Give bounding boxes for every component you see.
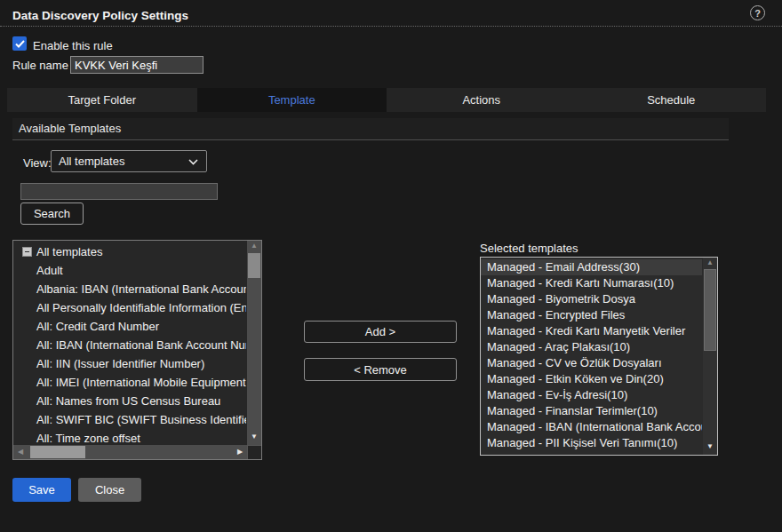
- available-template-item[interactable]: All: IMEI (International Mobile Equipmen…: [13, 373, 246, 392]
- remove-button-label: < Remove: [354, 363, 407, 377]
- tab-actions[interactable]: Actions: [387, 88, 577, 112]
- help-icon-glyph: ?: [754, 8, 761, 19]
- available-template-item[interactable]: All: Credit Card Number: [13, 317, 246, 336]
- available-template-label: All Personally Identifiable Information …: [36, 301, 246, 314]
- scroll-right-icon[interactable]: ▶: [233, 449, 247, 459]
- scroll-left-icon[interactable]: ◀: [13, 449, 28, 459]
- enable-rule-checkbox[interactable]: [12, 36, 27, 51]
- available-template-item[interactable]: All: SWIFT BIC (SWIFT Business Identifie…: [13, 410, 246, 429]
- vertical-scroll-thumb[interactable]: [248, 253, 260, 278]
- selected-template-label: Managed - Email Address(30): [487, 260, 640, 274]
- checkmark-icon: [15, 40, 25, 48]
- scroll-up-icon[interactable]: ▲: [247, 242, 261, 253]
- selected-template-label: Managed - Araç Plakası(10): [487, 340, 630, 353]
- selected-template-item[interactable]: Managed - CV ve Özlük Dosyaları: [481, 355, 702, 371]
- selected-template-item[interactable]: Managed - PII Kişisel Veri Tanımı(10): [481, 435, 702, 451]
- selected-template-label: Managed - CV ve Özlük Dosyaları: [487, 356, 662, 369]
- available-template-item[interactable]: All: IIN (Issuer Identifier Number): [13, 354, 246, 373]
- chevron-down-icon: [188, 159, 198, 165]
- selected-template-item[interactable]: Managed - IBAN (International Bank Accou…: [481, 419, 702, 435]
- horizontal-scroll-thumb[interactable]: [30, 446, 85, 458]
- horizontal-scrollbar[interactable]: ◀ ▶: [13, 445, 247, 459]
- save-button[interactable]: Save: [12, 478, 71, 502]
- selected-template-label: Managed - Encrypted Files: [487, 308, 625, 322]
- available-template-label: All: IIN (Issuer Identifier Number): [36, 357, 204, 370]
- enable-rule-label: Enable this rule: [33, 39, 113, 52]
- available-template-label: All: Names from US Census Bureau: [36, 394, 220, 408]
- available-template-item[interactable]: All: IBAN (International Bank Account Nu…: [13, 336, 246, 354]
- selected-template-label: Managed - Kredi Kartı Numarası(10): [487, 276, 674, 290]
- scrollbar-corner: [247, 445, 261, 459]
- selected-templates-list: Managed - Email Address(30) Managed - Kr…: [481, 259, 702, 455]
- selected-template-item[interactable]: Managed - Kredi Kartı Manyetik Veriler: [481, 323, 702, 339]
- view-label: View:: [23, 156, 52, 170]
- available-template-item[interactable]: Albania: IBAN (International Bank Accoun…: [13, 280, 246, 298]
- view-select[interactable]: All templates: [51, 150, 207, 172]
- selected-template-label: Managed - Ev-İş Adresi(10): [487, 388, 627, 401]
- available-template-label: Albania: IBAN (International Bank Accoun…: [36, 282, 246, 296]
- available-template-item[interactable]: All Personally Identifiable Information …: [13, 298, 246, 317]
- data-discovery-policy-dialog: Data Discovery Policy Settings ? Enable …: [0, 0, 782, 532]
- selected-template-label: Managed - Etkin Köken ve Din(20): [487, 372, 664, 385]
- search-button-label: Search: [34, 207, 70, 220]
- selected-template-item[interactable]: Managed - Araç Plakası(10): [481, 339, 702, 355]
- available-template-label: All: Credit Card Number: [36, 320, 159, 333]
- search-button[interactable]: Search: [20, 202, 84, 225]
- selected-template-label: Managed - PII Kişisel Veri Tanımı(10): [487, 436, 677, 449]
- available-templates-list: All templates Adult Albania: IBAN (Inter…: [13, 242, 246, 444]
- available-template-item[interactable]: All: Time zone offset: [13, 429, 246, 444]
- selected-template-item[interactable]: Managed - Etkin Köken ve Din(20): [481, 371, 702, 387]
- search-input[interactable]: [20, 183, 218, 200]
- tab-bar: Target Folder Template Actions Schedule: [7, 88, 766, 112]
- scroll-down-icon[interactable]: ▼: [703, 443, 717, 454]
- rule-name-label: Rule name :: [12, 59, 75, 72]
- selected-template-item[interactable]: Managed - Email Address(30): [481, 259, 702, 275]
- available-template-item[interactable]: All templates: [13, 242, 246, 261]
- add-button-label: Add >: [365, 325, 395, 338]
- selected-template-label: Managed - Biyometrik Dosya: [487, 292, 635, 306]
- selected-templates-listbox: Managed - Email Address(30) Managed - Kr…: [480, 257, 718, 456]
- help-icon[interactable]: ?: [750, 5, 765, 20]
- selected-template-item[interactable]: Managed - Finanslar Terimler(10): [481, 403, 702, 419]
- view-select-value: All templates: [59, 155, 124, 168]
- available-template-item[interactable]: Adult: [13, 261, 246, 280]
- close-button[interactable]: Close: [78, 478, 141, 502]
- selected-templates-label: Selected templates: [480, 242, 579, 255]
- available-template-label: All: IBAN (International Bank Account Nu…: [36, 338, 246, 352]
- scroll-down-icon[interactable]: ▼: [247, 433, 261, 444]
- remove-button[interactable]: < Remove: [304, 358, 457, 381]
- selected-template-label: Managed - Kredi Kartı Manyetik Veriler: [487, 324, 685, 337]
- vertical-scrollbar[interactable]: ▲ ▼: [247, 241, 261, 445]
- available-templates-listbox: All templates Adult Albania: IBAN (Inter…: [12, 240, 262, 460]
- available-template-label: Adult: [36, 264, 63, 277]
- vertical-scroll-thumb[interactable]: [704, 269, 716, 351]
- selected-template-item[interactable]: Managed - Encrypted Files: [481, 307, 702, 323]
- available-template-label: All: SWIFT BIC (SWIFT Business Identifie…: [36, 413, 246, 426]
- tab-schedule[interactable]: Schedule: [577, 88, 767, 112]
- tab-template[interactable]: Template: [197, 88, 387, 112]
- tab-target-folder[interactable]: Target Folder: [7, 88, 197, 112]
- close-button-label: Close: [95, 483, 124, 496]
- page-title: Data Discovery Policy Settings: [12, 9, 188, 22]
- available-templates-header: Available Templates: [12, 118, 729, 140]
- selected-template-label: Managed - IBAN (International Bank Accou…: [487, 420, 702, 433]
- selected-template-item[interactable]: Managed - Kredi Kartı Numarası(10): [481, 275, 702, 291]
- header-divider: [0, 26, 782, 27]
- available-template-label: All templates: [36, 245, 102, 258]
- selected-template-item[interactable]: Managed - Ev-İş Adresi(10): [481, 387, 702, 403]
- selected-template-label: Managed - Finanslar Terimler(10): [487, 404, 658, 417]
- available-template-label: All: IMEI (International Mobile Equipmen…: [36, 376, 246, 389]
- save-button-label: Save: [28, 483, 55, 496]
- vertical-scrollbar[interactable]: ▲ ▼: [703, 258, 717, 455]
- selected-template-item[interactable]: Managed - Biyometrik Dosya: [481, 291, 702, 307]
- add-button[interactable]: Add >: [304, 321, 457, 343]
- available-template-label: All: Time zone offset: [36, 432, 140, 444]
- rule-name-input[interactable]: [70, 56, 203, 74]
- tree-collapse-icon[interactable]: [22, 247, 32, 257]
- available-template-item[interactable]: All: Names from US Census Bureau: [13, 392, 246, 410]
